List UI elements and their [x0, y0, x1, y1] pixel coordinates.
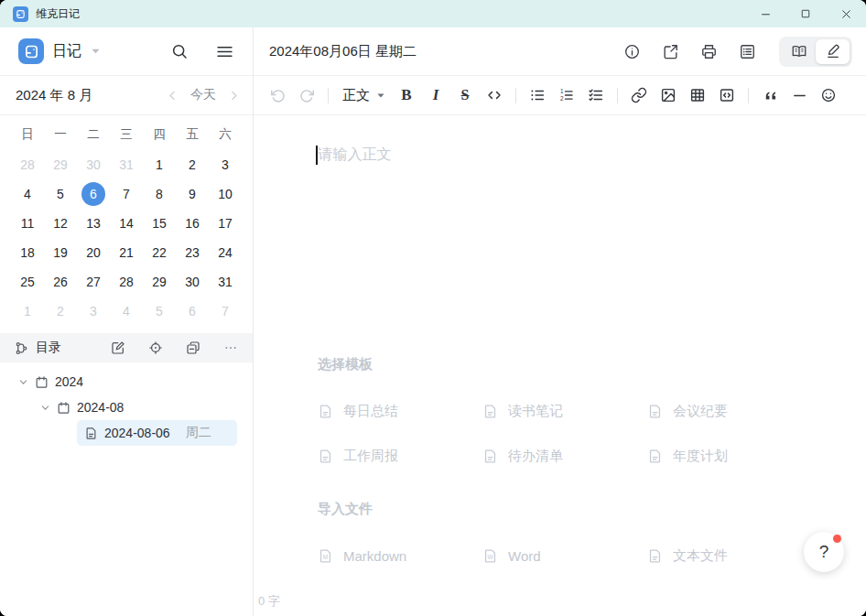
template-item[interactable]: 会议纪要 — [647, 402, 812, 420]
window-title: 维克日记 — [36, 6, 80, 22]
bullet-list-button[interactable] — [524, 81, 551, 109]
calendar-day[interactable]: 15 — [143, 209, 176, 238]
locate-current-button[interactable] — [148, 340, 163, 355]
undo-button[interactable] — [264, 81, 291, 109]
calendar-day[interactable]: 31 — [209, 267, 242, 297]
emoji-button[interactable] — [815, 81, 842, 109]
horizontal-rule-button[interactable] — [785, 81, 813, 109]
calendar-day[interactable]: 8 — [143, 179, 176, 209]
calendar-day[interactable]: 6 — [176, 297, 209, 326]
calendar-day[interactable]: 28 — [110, 267, 143, 297]
italic-button[interactable]: I — [422, 81, 449, 109]
calendar-day-selected[interactable]: 6 — [77, 179, 110, 209]
image-button[interactable] — [655, 81, 682, 109]
import-item[interactable]: MMarkdown — [318, 546, 482, 565]
calendar-day[interactable]: 25 — [11, 267, 44, 297]
calendar-day[interactable]: 4 — [110, 297, 143, 326]
directory-header: 目录 — [0, 333, 253, 362]
close-button[interactable] — [826, 0, 866, 27]
task-list-button[interactable] — [582, 81, 610, 109]
editor-area[interactable]: 请输入正文 选择模板 每日总结读书笔记会议纪要工作周报待办清单年度计划 导入文件… — [254, 115, 866, 616]
calendar-day[interactable]: 19 — [44, 238, 77, 267]
calendar-day[interactable]: 26 — [44, 267, 77, 297]
import-item[interactable]: WWord — [482, 546, 647, 565]
help-button[interactable]: ? — [804, 532, 844, 572]
table-button[interactable] — [684, 81, 711, 109]
calendar-day[interactable]: 3 — [77, 297, 110, 326]
tree-item-month[interactable]: 2024-08 — [0, 394, 253, 420]
calendar-day[interactable]: 7 — [209, 297, 242, 326]
info-button[interactable] — [623, 43, 641, 60]
link-button[interactable] — [625, 81, 653, 109]
calendar-day[interactable]: 11 — [11, 209, 44, 238]
paragraph-style-dropdown[interactable]: 正文 — [336, 81, 391, 109]
today-button[interactable]: 今天 — [190, 87, 216, 103]
minimize-button[interactable] — [745, 0, 785, 27]
calendar-day[interactable]: 16 — [176, 209, 209, 238]
collapse-all-button[interactable] — [186, 340, 200, 355]
maximize-button[interactable] — [785, 0, 826, 27]
template-item[interactable]: 工作周报 — [318, 447, 482, 465]
calendar-day[interactable]: 29 — [143, 267, 176, 297]
calendar-day[interactable]: 17 — [209, 209, 242, 238]
calendar-day[interactable]: 21 — [110, 238, 143, 267]
chevron-down-icon[interactable] — [18, 377, 28, 387]
template-item[interactable]: 待办清单 — [482, 447, 647, 465]
read-mode-button[interactable] — [782, 39, 816, 64]
calendar-day[interactable]: 4 — [11, 179, 44, 209]
calendar-day[interactable]: 3 — [209, 150, 242, 179]
next-month-button[interactable] — [228, 90, 240, 102]
new-entry-button[interactable] — [111, 340, 125, 355]
redo-button[interactable] — [293, 81, 320, 109]
calendar-day[interactable]: 23 — [176, 238, 209, 267]
ordered-list-button[interactable]: 1 2 — [553, 81, 580, 109]
export-button[interactable] — [662, 43, 679, 60]
template-item[interactable]: 年度计划 — [647, 447, 812, 465]
template-section-title: 选择模板 — [318, 356, 812, 374]
calendar-day[interactable]: 18 — [11, 238, 44, 267]
template-item[interactable]: 每日总结 — [318, 402, 482, 420]
code-block-button[interactable] — [713, 81, 741, 109]
calendar-day[interactable]: 7 — [110, 179, 143, 209]
chevron-down-icon[interactable] — [40, 403, 50, 413]
calendar-day[interactable]: 1 — [11, 297, 44, 326]
calendar-day[interactable]: 20 — [77, 238, 110, 267]
chevron-down-icon[interactable] — [92, 49, 100, 54]
calendar-day[interactable]: 1 — [143, 150, 176, 179]
tree-item-year[interactable]: 2024 — [0, 369, 253, 394]
calendar-day[interactable]: 14 — [110, 209, 143, 238]
prev-month-button[interactable] — [167, 90, 179, 102]
calendar-day[interactable]: 2 — [44, 297, 77, 326]
quote-button[interactable] — [756, 81, 784, 109]
workspace-name[interactable]: 日记 — [52, 42, 81, 61]
calendar-day[interactable]: 13 — [77, 209, 110, 238]
calendar-day[interactable]: 29 — [44, 150, 77, 179]
calendar-day[interactable]: 27 — [77, 267, 110, 297]
outline-button[interactable] — [739, 43, 756, 60]
more-options-button[interactable] — [223, 340, 238, 355]
calendar-day[interactable]: 22 — [143, 238, 176, 267]
menu-button[interactable] — [215, 42, 234, 61]
strikethrough-button[interactable]: S — [451, 81, 479, 109]
calendar-day[interactable]: 31 — [110, 150, 143, 179]
inline-code-button[interactable] — [481, 81, 508, 109]
search-button[interactable] — [170, 42, 189, 60]
calendar-day[interactable]: 28 — [11, 150, 44, 179]
print-button[interactable] — [700, 43, 718, 60]
edit-mode-button[interactable] — [816, 39, 850, 64]
calendar-day[interactable]: 30 — [176, 267, 209, 297]
calendar-day[interactable]: 10 — [209, 179, 242, 209]
tree-item-day-selected[interactable]: 2024-08-06 周二 — [77, 420, 237, 446]
weekday-label: 日 — [11, 123, 44, 146]
weekday-label: 五 — [176, 123, 209, 146]
calendar-day[interactable]: 2 — [176, 150, 209, 179]
template-item[interactable]: 读书笔记 — [482, 402, 647, 420]
calendar-day[interactable]: 5 — [143, 297, 176, 326]
calendar-day[interactable]: 30 — [77, 150, 110, 179]
bold-button[interactable]: B — [393, 81, 420, 109]
calendar-day[interactable]: 5 — [44, 179, 77, 209]
calendar-day[interactable]: 9 — [176, 179, 209, 209]
import-item[interactable]: 文本文件 — [647, 546, 812, 565]
calendar-day[interactable]: 24 — [209, 238, 242, 267]
calendar-day[interactable]: 12 — [44, 209, 77, 238]
